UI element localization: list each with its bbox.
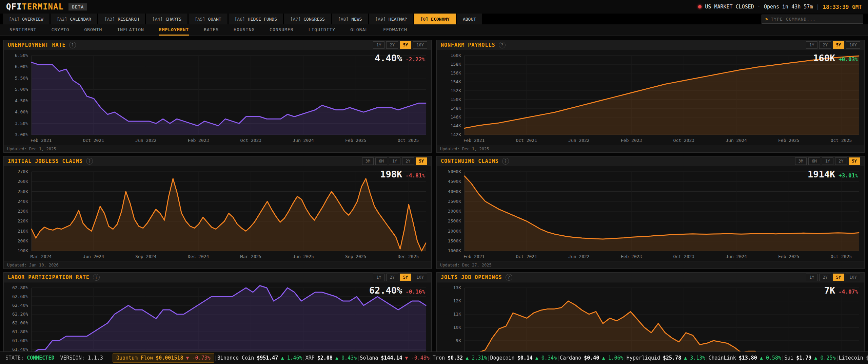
ticker-dogecoin[interactable]: Dogecoin$0.14▲ 0.34% bbox=[490, 355, 557, 361]
timeframe-2y-button[interactable]: 2Y bbox=[386, 274, 398, 281]
timeframe-5y-button[interactable]: 5Y bbox=[849, 157, 860, 165]
timeframe-6m-button[interactable]: 6M bbox=[375, 157, 387, 165]
timeframe-1y-button[interactable]: 1Y bbox=[373, 274, 384, 281]
timeframe-6m-button[interactable]: 6M bbox=[808, 157, 820, 165]
subnav-tab-liquidity[interactable]: LIQUIDITY bbox=[309, 24, 335, 36]
ticker-tron[interactable]: Tron$0.32▲ 2.31% bbox=[433, 355, 487, 361]
ticker-hyperliquid[interactable]: Hyperliquid$25.78▲ 3.13% bbox=[627, 355, 706, 361]
nav-tab-hedge-funds[interactable]: [A6]HEDGE FUNDS bbox=[229, 14, 283, 24]
nav-tab-about[interactable]: ABOUT bbox=[457, 14, 482, 24]
command-box[interactable]: > bbox=[762, 15, 863, 24]
timeframe-1y-button[interactable]: 1Y bbox=[389, 157, 400, 165]
svg-text:250K: 250K bbox=[18, 189, 28, 194]
timeframe-2y-button[interactable]: 2Y bbox=[819, 41, 831, 49]
svg-text:Dec 2025: Dec 2025 bbox=[398, 254, 419, 259]
ticker-separator: | bbox=[487, 355, 490, 361]
nav-tab-research[interactable]: [A3]RESEARCH bbox=[98, 14, 145, 24]
change-percent: -0.16% bbox=[406, 288, 425, 295]
ticker-chainlink[interactable]: ChainLink$13.80▲ 0.58% bbox=[708, 355, 781, 361]
help-icon[interactable]: ? bbox=[86, 158, 93, 165]
timeframe-10y-button[interactable]: 10Y bbox=[413, 41, 427, 49]
timeframe-2y-button[interactable]: 2Y bbox=[835, 157, 847, 165]
svg-text:3500K: 3500K bbox=[448, 199, 461, 204]
nav-tab-quant[interactable]: [A5]QUANT bbox=[189, 14, 227, 24]
svg-text:6.50%: 6.50% bbox=[15, 53, 28, 58]
change-percent: -4.81% bbox=[406, 172, 425, 179]
help-icon[interactable]: ? bbox=[499, 42, 506, 48]
timeframe-3m-button[interactable]: 3M bbox=[362, 157, 374, 165]
svg-text:6.00%: 6.00% bbox=[15, 64, 28, 69]
svg-text:260K: 260K bbox=[18, 179, 28, 184]
help-icon[interactable]: ? bbox=[506, 274, 512, 281]
svg-text:4.00%: 4.00% bbox=[15, 110, 28, 115]
nav-tab-economy[interactable]: [0]ECONOMY bbox=[414, 14, 456, 24]
timeframe-2y-button[interactable]: 2Y bbox=[386, 41, 398, 49]
nav-tab-overview[interactable]: [A1]OVERVIEW bbox=[3, 14, 50, 24]
timeframe-2y-button[interactable]: 2Y bbox=[819, 274, 831, 281]
help-icon[interactable]: ? bbox=[93, 274, 100, 281]
up-arrow-icon: ▲ 1.46% bbox=[281, 355, 302, 361]
clock: 18:33:39 GMT bbox=[823, 4, 862, 10]
market-status: US MARKET CLOSED · Opens in 43h 57m | 18… bbox=[698, 4, 862, 10]
help-icon[interactable]: ? bbox=[502, 158, 509, 165]
subnav-tab-housing[interactable]: HOUSING bbox=[234, 24, 255, 36]
subnav-tab-growth[interactable]: GROWTH bbox=[84, 24, 102, 36]
timeframe-1y-button[interactable]: 1Y bbox=[822, 157, 833, 165]
timeframe-5y-button[interactable]: 5Y bbox=[833, 274, 844, 281]
ticker-binance-coin[interactable]: Binance Coin$951.47▲ 1.46% bbox=[217, 355, 302, 361]
subnav-tab-global[interactable]: GLOBAL bbox=[350, 24, 368, 36]
subnav-tab-crypto[interactable]: CRYPTO bbox=[51, 24, 69, 36]
svg-text:152K: 152K bbox=[451, 88, 461, 93]
ticker-sui[interactable]: Sui$1.79▲ 0.25% bbox=[784, 355, 835, 361]
subnav-tab-sentiment[interactable]: SENTIMENT bbox=[9, 24, 36, 36]
up-arrow-icon: ▲ 0.43% bbox=[335, 355, 357, 361]
subnav-tab-employment[interactable]: EMPLOYMENT bbox=[159, 24, 189, 36]
timeframe-10y-button[interactable]: 10Y bbox=[846, 41, 860, 49]
timeframe-5y-button[interactable]: 5Y bbox=[833, 41, 844, 49]
panel-title: JOLTS JOB OPENINGS bbox=[441, 274, 502, 280]
timeframe-3m-button[interactable]: 3M bbox=[795, 157, 807, 165]
svg-text:Jun 2024: Jun 2024 bbox=[726, 254, 747, 259]
timeframe-1y-button[interactable]: 1Y bbox=[806, 274, 817, 281]
ticker-litecoin[interactable]: Litecoin$74.89▼ bbox=[839, 355, 868, 361]
nav-tab-key: [A2] bbox=[57, 17, 67, 22]
timeframe-1y-button[interactable]: 1Y bbox=[806, 41, 817, 49]
timeframe-10y-button[interactable]: 10Y bbox=[413, 274, 427, 281]
ticker-quantum-flow[interactable]: Quantum Flow$0.001518▼ -0.73% bbox=[113, 353, 214, 363]
subnav-tab-rates[interactable]: RATES bbox=[204, 24, 219, 36]
nav-tab-calendar[interactable]: [A2]CALENDAR bbox=[51, 14, 97, 24]
ticker-name: Sui bbox=[784, 355, 793, 361]
svg-text:Oct 2025: Oct 2025 bbox=[398, 138, 419, 143]
svg-text:142K: 142K bbox=[451, 132, 461, 137]
subnav-tab-fedwatch[interactable]: FEDWATCH bbox=[383, 24, 407, 36]
nav-tab-key: [A6] bbox=[235, 17, 245, 22]
timeframe-1y-button[interactable]: 1Y bbox=[373, 41, 384, 49]
help-icon[interactable]: ? bbox=[69, 42, 76, 48]
up-arrow-icon: ▲ 0.25% bbox=[814, 355, 835, 361]
svg-text:62.60%: 62.60% bbox=[12, 294, 28, 299]
timeframe-10y-button[interactable]: 10Y bbox=[846, 274, 860, 281]
up-arrow-icon: ▲ 0.58% bbox=[760, 355, 781, 361]
nav-tab-charts[interactable]: [A4]CHARTS bbox=[146, 14, 188, 24]
timeframe-5y-button[interactable]: 5Y bbox=[416, 157, 427, 165]
nav-tab-key: [A9] bbox=[375, 17, 386, 22]
ticker-solana[interactable]: Solana$144.14▼ -0.48% bbox=[360, 355, 430, 361]
panel-initial-jobless-claims: INITIAL JOBLESS CLAIMS ? 3M6M1Y2Y5Y 198K… bbox=[3, 156, 432, 269]
svg-text:3.00%: 3.00% bbox=[15, 132, 28, 137]
ticker-xrp[interactable]: XRP$2.08▲ 0.43% bbox=[305, 355, 357, 361]
ticker-name: Quantum Flow bbox=[116, 355, 153, 361]
nav-tab-key: [A3] bbox=[104, 17, 115, 22]
nav-tab-congress[interactable]: [A7]CONGRESS bbox=[284, 14, 331, 24]
ticker-cardano[interactable]: Cardano$0.40▲ 1.06% bbox=[560, 355, 624, 361]
subnav-tab-consumer[interactable]: CONSUMER bbox=[270, 24, 294, 36]
nav-tab-heatmap[interactable]: [A9]HEATMAP bbox=[369, 14, 413, 24]
nav-tab-key: [A8] bbox=[338, 17, 349, 22]
subnav-tab-inflation[interactable]: INFLATION bbox=[117, 24, 144, 36]
timeframe-2y-button[interactable]: 2Y bbox=[402, 157, 414, 165]
timeframe-5y-button[interactable]: 5Y bbox=[400, 41, 411, 49]
panel-title: UNEMPLOYMENT RATE bbox=[8, 42, 66, 48]
timeframe-5y-button[interactable]: 5Y bbox=[400, 274, 411, 281]
ticker-price: $0.001518 bbox=[156, 355, 183, 361]
command-input[interactable] bbox=[771, 17, 860, 22]
nav-tab-news[interactable]: [A8]NEWS bbox=[332, 14, 368, 24]
